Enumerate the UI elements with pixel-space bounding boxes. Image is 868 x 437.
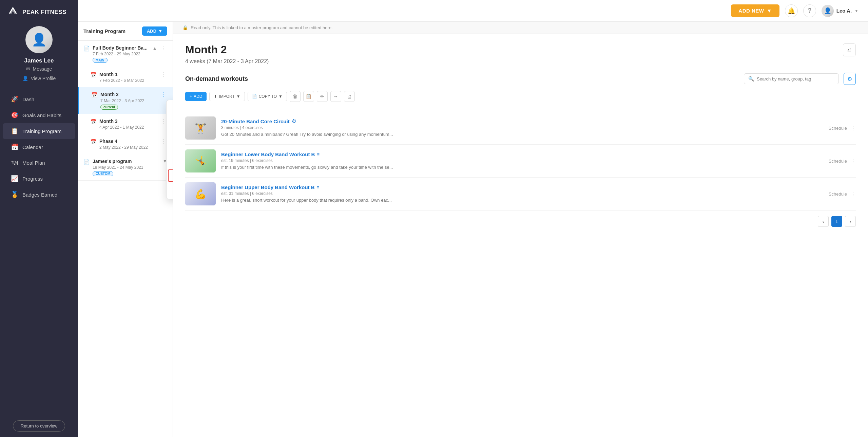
context-divider-1 — [167, 116, 173, 116]
sidebar-item-progress[interactable]: 📈 Progress — [3, 171, 75, 186]
workout-more-btn-3[interactable]: ⋮ — [850, 191, 856, 197]
pagination-prev[interactable]: ‹ — [818, 216, 829, 227]
copy-icon: 📄 — [252, 94, 257, 99]
program-name-full-body: Full Body Beginner Ba... — [93, 45, 152, 51]
program-doc-icon: 📄 — [83, 45, 90, 52]
panel-title: Training Program — [83, 28, 126, 34]
filter-icon: ⚙ — [847, 76, 852, 82]
program-more-btn-full-body[interactable]: ⋮ — [159, 45, 167, 51]
program-group-header-full-body[interactable]: 📄 Full Body Beginner Ba... 7 Feb 2022 - … — [78, 41, 173, 67]
sidebar-item-training[interactable]: 📋 Training Program — [3, 123, 75, 139]
toolbar-add-btn[interactable]: + ADD — [185, 92, 207, 101]
month1-info: Month 1 7 Feb 2022 - 6 Mar 2022 — [99, 71, 159, 83]
sidebar-divider — [8, 88, 70, 88]
month1-item[interactable]: 📅 Month 1 7 Feb 2022 - 6 Mar 2022 ⋮ — [78, 67, 173, 87]
add-new-button[interactable]: ADD NEW ▼ — [731, 4, 779, 17]
schedule-link-3[interactable]: Schedule — [829, 192, 847, 197]
training-panel: Training Program ADD ▼ 📄 Full Body Begin… — [78, 22, 173, 437]
question-icon: ? — [808, 7, 811, 14]
logo-text: PEAK FITNESS — [22, 9, 66, 16]
goals-icon: 🎯 — [11, 111, 18, 119]
context-menu: Go to training phase Rename Change posit… — [166, 100, 173, 199]
trash-icon: 🗑 — [293, 94, 297, 99]
sidebar-item-dash[interactable]: 🚀 Dash — [3, 91, 75, 107]
add-new-chevron-icon: ▼ — [767, 8, 772, 14]
workout-name-2[interactable]: Beginner Lower Body Band Workout B ≡ — [221, 151, 823, 157]
month1-more-btn[interactable]: ⋮ — [159, 71, 167, 78]
training-icon: 📋 — [11, 127, 18, 135]
printer-icon: 🖨 — [847, 47, 852, 53]
month2-item[interactable]: 📅 Month 2 7 Mar 2022 - 3 Apr 2022 curren… — [78, 87, 173, 114]
lock-icon: 🔒 — [182, 25, 188, 30]
workout-desc-2: If this is your first time with these mo… — [221, 164, 823, 170]
pagination-page-1[interactable]: 1 — [831, 216, 842, 227]
main-wrap: ADD NEW ▼ 🔔 ? 👤 Leo A. ▼ Training Progra… — [78, 0, 868, 437]
toolbar-copy-to-btn[interactable]: 📄 COPY TO ▼ — [248, 92, 287, 101]
james-program-item[interactable]: 📄 James's program 18 May 2021 - 24 May 2… — [78, 154, 173, 181]
phase4-calendar-icon: 📅 — [90, 139, 97, 145]
month3-item[interactable]: 📅 Month 3 4 Apr 2022 - 1 May 2022 ⋮ — [78, 114, 173, 134]
sidebar-item-calendar[interactable]: 📅 Calendar — [3, 139, 75, 155]
workout-desc-3: Here is a great, short workout for your … — [221, 197, 823, 203]
logo-icon — [7, 6, 19, 19]
user-menu[interactable]: 👤 Leo A. ▼ — [822, 5, 859, 17]
toolbar-print2-btn[interactable]: 🖨 — [344, 91, 355, 102]
month-header: Month 2 🖨 — [185, 43, 856, 56]
move-icon: ↔ — [333, 94, 338, 99]
section-header: On-demand workouts 🔍 ⚙ — [185, 73, 856, 85]
workout-more-btn-2[interactable]: ⋮ — [850, 158, 856, 164]
search-input[interactable] — [757, 76, 834, 81]
month1-date: 7 Feb 2022 - 6 Mar 2022 — [99, 78, 159, 83]
print-button[interactable]: 🖨 — [843, 43, 856, 56]
list-icon-3: ≡ — [317, 185, 320, 190]
import-chevron-icon: ▼ — [236, 94, 240, 99]
pagination: ‹ 1 › — [185, 211, 856, 232]
readonly-text: Read only. This is linked to a master pr… — [191, 25, 333, 30]
james-program-date: 18 May 2021 - 24 May 2021 — [93, 165, 162, 170]
toolbar-edit-btn[interactable]: ✏ — [317, 91, 328, 102]
workout-name-1[interactable]: 20-Minute Band Core Circuit ⏱ — [221, 119, 823, 124]
month-subtitle: 4 weeks (7 Mar 2022 - 3 Apr 2022) — [185, 58, 856, 65]
context-duplicate: Duplicate — [167, 142, 173, 154]
sidebar-item-goals[interactable]: 🎯 Goals and Habits — [3, 107, 75, 123]
calendar-icon: 📅 — [11, 143, 18, 151]
schedule-link-2[interactable]: Schedule — [829, 159, 847, 164]
list-icon-2: ≡ — [317, 152, 320, 157]
context-go-to-phase[interactable]: Go to training phase — [167, 102, 173, 114]
help-button[interactable]: ? — [803, 4, 816, 17]
add-icon: + — [190, 94, 192, 99]
toolbar-move-btn[interactable]: ↔ — [330, 91, 341, 102]
toolbar-trash-btn[interactable]: 🗑 — [290, 91, 301, 102]
filter-button[interactable]: ⚙ — [844, 73, 856, 85]
sidebar-item-meal[interactable]: 🍽 Meal Plan — [3, 155, 75, 170]
toolbar: + ADD ⬇ IMPORT ▼ 📄 COPY TO ▼ 🗑 — [185, 91, 856, 106]
return-to-overview-button[interactable]: Return to overview — [13, 420, 65, 432]
view-profile-btn[interactable]: 👤 View Profile — [0, 74, 78, 83]
workout-more-btn-1[interactable]: ⋮ — [850, 125, 856, 131]
month2-more-btn[interactable]: ⋮ — [159, 91, 167, 98]
notifications-button[interactable]: 🔔 — [785, 4, 798, 17]
content-inner: Month 2 🖨 4 weeks (7 Mar 2022 - 3 Apr 20… — [173, 34, 868, 437]
sidebar-nav: 🚀 Dash 🎯 Goals and Habits 📋 Training Pro… — [0, 91, 78, 420]
month3-date: 4 Apr 2022 - 1 May 2022 — [99, 125, 159, 130]
schedule-link-1[interactable]: Schedule — [829, 126, 847, 131]
toolbar-copy2-btn[interactable]: 📋 — [303, 91, 314, 102]
workout-name-3[interactable]: Beginner Upper Body Band Workout B ≡ — [221, 184, 823, 190]
training-add-button[interactable]: ADD ▼ — [142, 26, 167, 36]
import-icon: ⬇ — [214, 94, 217, 99]
workout-thumb-2: 🤸 — [185, 149, 216, 172]
timer-icon: ⏱ — [292, 119, 296, 124]
month2-info: Month 2 7 Mar 2022 - 3 Apr 2022 current — [100, 91, 159, 109]
phase4-item[interactable]: 📅 Phase 4 2 May 2022 - 29 May 2022 ⋮ — [78, 134, 173, 154]
sidebar-item-badges[interactable]: 🏅 Badges Earned — [3, 187, 75, 202]
month2-date: 7 Mar 2022 - 3 Apr 2022 — [100, 98, 159, 103]
search-bar[interactable]: 🔍 — [744, 73, 839, 84]
program-info-full-body: Full Body Beginner Ba... 7 Feb 2022 - 29… — [93, 45, 152, 63]
pagination-next[interactable]: › — [845, 216, 856, 227]
phase4-name: Phase 4 — [99, 138, 159, 144]
message-btn[interactable]: ✉ Message — [0, 65, 78, 73]
month3-info: Month 3 4 Apr 2022 - 1 May 2022 — [99, 118, 159, 130]
workout-thumb-1: 🏋 — [185, 116, 216, 140]
context-print[interactable]: Print — [168, 169, 173, 182]
toolbar-import-btn[interactable]: ⬇ IMPORT ▼ — [209, 92, 245, 101]
